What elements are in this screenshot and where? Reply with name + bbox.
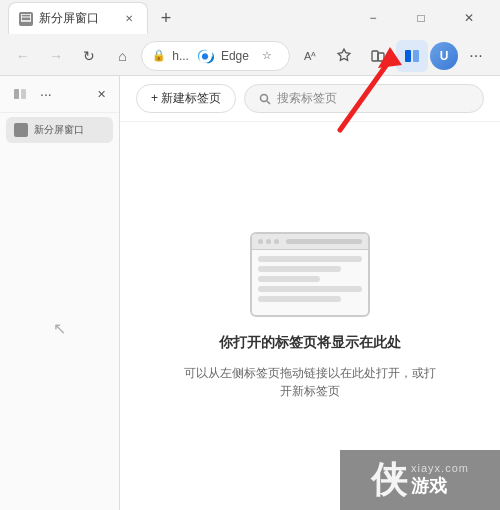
browser-illustration [250, 232, 370, 322]
sidebar-tab-favicon [14, 123, 28, 137]
tab-favicon [19, 12, 33, 26]
favorites-button[interactable] [328, 40, 360, 72]
search-tabs-placeholder: 搜索标签页 [277, 90, 337, 107]
forward-button[interactable]: → [41, 41, 70, 71]
cursor-area: ↖ [0, 147, 119, 510]
new-tab-bar-button[interactable]: + 新建标签页 [136, 84, 236, 113]
new-tab-button[interactable]: + [152, 4, 180, 32]
svg-rect-6 [413, 50, 419, 62]
collections-button[interactable] [362, 40, 394, 72]
bookmark-button[interactable]: ☆ [255, 44, 279, 68]
split-screen-button[interactable] [396, 40, 428, 72]
address-bar[interactable]: 🔒 h... Edge ☆ [141, 41, 290, 71]
more-button[interactable]: ··· [460, 40, 492, 72]
sidebar-more-button[interactable]: ··· [36, 86, 56, 102]
window-controls: − □ ✕ [350, 2, 492, 34]
main-content: + 新建标签页 搜索标签页 [120, 76, 500, 510]
home-button[interactable]: ⌂ [108, 41, 137, 71]
profile-avatar[interactable]: U [430, 42, 458, 70]
tab-close-button[interactable]: ✕ [121, 11, 137, 27]
svg-point-9 [261, 94, 268, 101]
read-aloud-button[interactable]: Aᴬ [294, 40, 326, 72]
svg-rect-7 [14, 89, 19, 99]
svg-rect-8 [21, 89, 26, 99]
empty-subtitle: 可以从左侧标签页拖动链接以在此处打开，或打开新标签页 [180, 364, 440, 400]
tab-title: 新分屏窗口 [39, 10, 115, 27]
refresh-button[interactable]: ↻ [75, 41, 104, 71]
address-actions: ☆ [255, 44, 279, 68]
active-tab[interactable]: 新分屏窗口 ✕ [8, 2, 148, 34]
edge-label: Edge [221, 49, 249, 63]
maximize-button[interactable]: □ [398, 2, 444, 34]
tab-strip: 新分屏窗口 ✕ + [8, 2, 338, 34]
svg-rect-5 [405, 50, 411, 62]
sidebar-tab-title: 新分屏窗口 [34, 123, 105, 137]
back-button[interactable]: ← [8, 41, 37, 71]
edge-logo [195, 46, 215, 66]
close-button[interactable]: ✕ [446, 2, 492, 34]
sidebar-close-button[interactable]: ✕ [91, 84, 111, 104]
address-text: h... [172, 49, 189, 63]
watermark: 侠 xiayx.com 游戏 [340, 450, 500, 510]
empty-title: 你打开的标签页将显示在此处 [219, 334, 401, 352]
search-tabs-input[interactable]: 搜索标签页 [244, 84, 484, 113]
title-bar: 新分屏窗口 ✕ + − □ ✕ [0, 0, 500, 36]
sidebar-toggle-button[interactable] [8, 82, 32, 106]
svg-text:Aᴬ: Aᴬ [304, 50, 316, 62]
watermark-brand: 游戏 [411, 474, 447, 498]
watermark-text: xiayx.com 游戏 [411, 462, 469, 498]
toolbar-right: Aᴬ U ··· [294, 40, 492, 72]
tabs-sidebar: ··· ✕ 新分屏窗口 ↖ [0, 76, 120, 510]
new-tab-bar: + 新建标签页 搜索标签页 [120, 76, 500, 122]
svg-rect-4 [378, 53, 384, 61]
svg-rect-3 [372, 51, 378, 61]
browser-body: ··· ✕ 新分屏窗口 ↖ + 新建标签页 搜索标签页 [0, 76, 500, 510]
sidebar-header: ··· ✕ [0, 76, 119, 113]
minimize-button[interactable]: − [350, 2, 396, 34]
watermark-char: 侠 [371, 456, 407, 505]
sidebar-tab-item[interactable]: 新分屏窗口 [6, 117, 113, 143]
svg-line-10 [267, 101, 270, 104]
lock-icon: 🔒 [152, 49, 166, 62]
nav-bar: ← → ↻ ⌂ 🔒 h... Edge ☆ Aᴬ [0, 36, 500, 76]
watermark-site: xiayx.com [411, 462, 469, 474]
